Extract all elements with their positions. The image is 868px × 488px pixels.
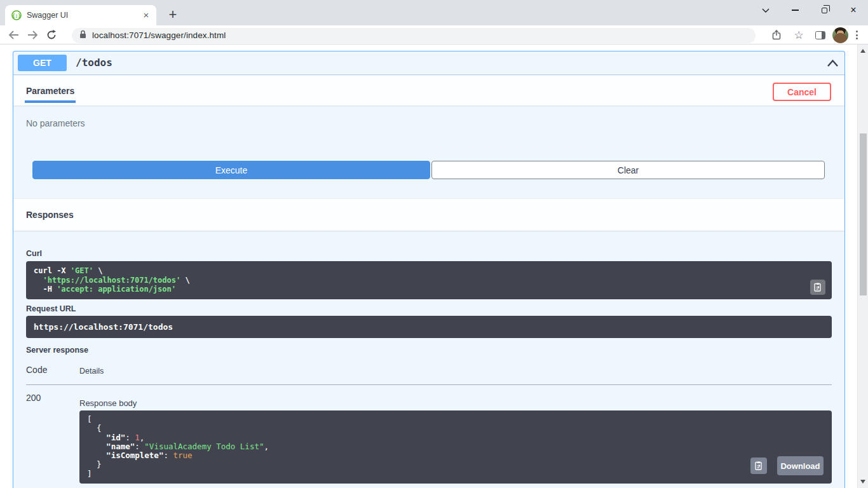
bookmark-star-icon[interactable]: ☆ bbox=[789, 27, 808, 43]
cancel-button[interactable]: Cancel bbox=[773, 83, 831, 101]
url-text: localhost:7071/swagger/index.html bbox=[92, 30, 226, 40]
endpoint-path: /todos bbox=[76, 51, 112, 74]
code-column-header: Code bbox=[26, 365, 47, 375]
window-controls: × bbox=[751, 0, 868, 20]
scroll-down-icon[interactable] bbox=[860, 480, 865, 484]
responses-title: Responses bbox=[26, 210, 74, 220]
download-button[interactable]: Download bbox=[777, 456, 824, 475]
request-url-value: https://localhost:7071/todos bbox=[26, 316, 832, 338]
tab-strip: {;} Swagger UI × + × bbox=[0, 0, 868, 25]
reload-icon[interactable] bbox=[42, 27, 61, 43]
responses-section-header: Responses bbox=[13, 198, 844, 231]
minimize-icon[interactable] bbox=[780, 0, 810, 20]
copy-curl-button[interactable] bbox=[810, 280, 825, 295]
menu-dots-icon[interactable] bbox=[851, 30, 863, 39]
table-divider bbox=[26, 384, 832, 385]
parameters-section-header: Parameters Cancel bbox=[13, 75, 844, 105]
parameters-title: Parameters bbox=[26, 86, 74, 96]
json-iscomplete-row: "isComplete": true bbox=[87, 451, 824, 460]
address-bar: localhost:7071/swagger/index.html ☆ bbox=[0, 25, 868, 44]
forward-icon[interactable] bbox=[23, 27, 42, 43]
curl-line-3: -H 'accept: application/json' bbox=[34, 285, 824, 294]
opblock-summary[interactable]: GET /todos bbox=[13, 51, 844, 75]
back-icon[interactable] bbox=[4, 27, 23, 43]
share-icon[interactable] bbox=[768, 27, 787, 43]
scroll-up-icon[interactable] bbox=[860, 49, 865, 53]
maximize-restore-icon[interactable] bbox=[810, 0, 839, 20]
request-url-label: Request URL bbox=[26, 304, 76, 313]
profile-avatar[interactable] bbox=[832, 27, 848, 43]
opblock-get-todos: GET /todos Parameters Cancel No paramete… bbox=[13, 51, 845, 488]
curl-line-1: curl -X 'GET' \ bbox=[34, 266, 824, 276]
clear-button[interactable]: Clear bbox=[431, 161, 825, 179]
method-badge: GET bbox=[18, 55, 67, 71]
status-code: 200 bbox=[26, 393, 41, 403]
swagger-page: GET /todos Parameters Cancel No paramete… bbox=[0, 44, 857, 488]
curl-label: Curl bbox=[26, 249, 42, 258]
svg-text:{;}: {;} bbox=[12, 13, 21, 18]
json-name-row: "name": "VisualAcademy Todo List", bbox=[87, 442, 824, 451]
response-body-label: Response body bbox=[79, 398, 137, 408]
tab-title: Swagger UI bbox=[27, 11, 141, 20]
scrollbar-thumb[interactable] bbox=[860, 133, 867, 295]
window-close-icon[interactable]: × bbox=[839, 0, 868, 20]
collapse-chevron-icon[interactable] bbox=[827, 58, 839, 70]
address-bar-actions: ☆ bbox=[768, 25, 863, 44]
response-body-code-block: [ { "id": 1, "name": "VisualAcademy Todo… bbox=[79, 410, 832, 484]
server-response-label: Server response bbox=[26, 346, 88, 355]
copy-response-button[interactable] bbox=[750, 458, 767, 474]
tab-close-icon[interactable]: × bbox=[141, 10, 151, 20]
side-panel-icon[interactable] bbox=[811, 27, 830, 43]
details-column-header: Details bbox=[79, 367, 104, 376]
curl-line-2: 'https://localhost:7071/todos' \ bbox=[34, 276, 824, 285]
swagger-favicon-icon: {;} bbox=[11, 10, 22, 20]
no-parameters-text: No parameters bbox=[26, 118, 85, 128]
json-id-row: "id": 1, bbox=[87, 433, 824, 442]
url-omnibox[interactable]: localhost:7071/swagger/index.html bbox=[72, 28, 756, 43]
window-menu-chevron-icon[interactable] bbox=[751, 0, 780, 20]
new-tab-button[interactable]: + bbox=[164, 6, 182, 24]
lock-icon bbox=[79, 30, 86, 41]
page-scrollbar[interactable] bbox=[857, 44, 868, 488]
curl-code-block: curl -X 'GET' \ 'https://localhost:7071/… bbox=[26, 261, 832, 299]
browser-tab[interactable]: {;} Swagger UI × bbox=[5, 5, 156, 25]
parameters-tab-underline bbox=[25, 100, 76, 103]
execute-button[interactable]: Execute bbox=[32, 161, 430, 179]
